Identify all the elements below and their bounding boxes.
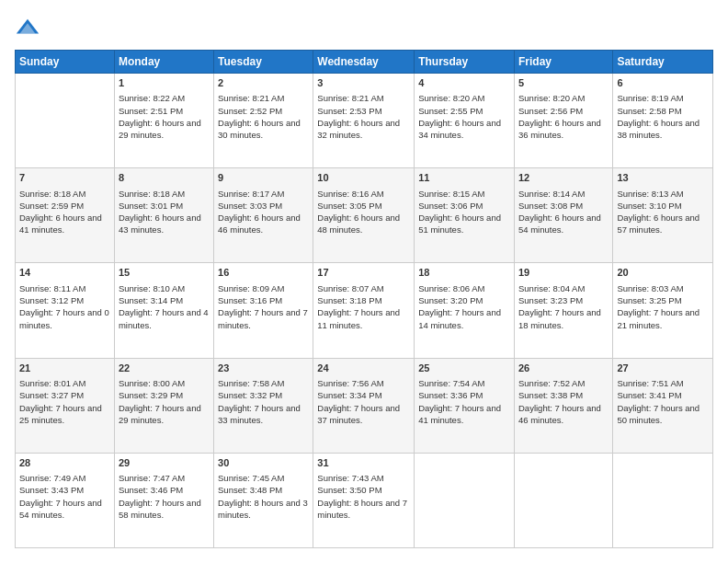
daylight-text: Daylight: 6 hours and 57 minutes. <box>617 212 709 236</box>
page: SundayMondayTuesdayWednesdayThursdayFrid… <box>0 0 728 563</box>
calendar-cell: 3 Sunrise: 8:21 AM Sunset: 2:53 PM Dayli… <box>313 74 415 168</box>
day-number: 17 <box>317 266 410 280</box>
sunset-text: Sunset: 3:34 PM <box>317 389 410 401</box>
day-number: 7 <box>19 171 110 185</box>
calendar-cell <box>415 453 515 547</box>
cell-content: 6 Sunrise: 8:19 AM Sunset: 2:58 PM Dayli… <box>617 76 709 142</box>
day-number: 1 <box>119 76 210 90</box>
day-number: 11 <box>418 171 510 185</box>
sunrise-text: Sunrise: 8:21 AM <box>317 92 410 104</box>
sunrise-text: Sunrise: 7:54 AM <box>418 377 510 389</box>
calendar-cell: 7 Sunrise: 8:18 AM Sunset: 2:59 PM Dayli… <box>16 168 115 263</box>
sunset-text: Sunset: 3:08 PM <box>518 200 609 212</box>
calendar-cell: 28 Sunrise: 7:49 AM Sunset: 3:43 PM Dayl… <box>16 453 115 547</box>
sunset-text: Sunset: 3:50 PM <box>317 484 410 496</box>
cell-content: 16 Sunrise: 8:09 AM Sunset: 3:16 PM Dayl… <box>218 266 309 331</box>
calendar-cell: 17 Sunrise: 8:07 AM Sunset: 3:18 PM Dayl… <box>313 263 415 358</box>
day-number: 30 <box>218 456 309 470</box>
daylight-text: Daylight: 6 hours and 54 minutes. <box>518 212 609 236</box>
cell-content: 5 Sunrise: 8:20 AM Sunset: 2:56 PM Dayli… <box>518 76 609 142</box>
sunset-text: Sunset: 3:41 PM <box>617 389 709 401</box>
sunrise-text: Sunrise: 8:04 AM <box>518 282 609 294</box>
calendar-cell: 11 Sunrise: 8:15 AM Sunset: 3:06 PM Dayl… <box>415 168 515 263</box>
sunset-text: Sunset: 3:46 PM <box>119 484 210 496</box>
daylight-text: Daylight: 7 hours and 21 minutes. <box>617 306 709 331</box>
cell-content: 23 Sunrise: 7:58 AM Sunset: 3:32 PM Dayl… <box>218 362 309 427</box>
cell-content: 25 Sunrise: 7:54 AM Sunset: 3:36 PM Dayl… <box>418 362 510 427</box>
daylight-text: Daylight: 7 hours and 11 minutes. <box>317 306 410 331</box>
daylight-text: Daylight: 6 hours and 43 minutes. <box>119 212 210 236</box>
calendar-week-row: 21 Sunrise: 8:01 AM Sunset: 3:27 PM Dayl… <box>16 358 713 453</box>
day-number: 6 <box>617 76 709 90</box>
calendar-cell: 13 Sunrise: 8:13 AM Sunset: 3:10 PM Dayl… <box>613 168 713 263</box>
daylight-text: Daylight: 6 hours and 34 minutes. <box>418 117 510 142</box>
sunset-text: Sunset: 3:03 PM <box>218 200 309 212</box>
sunset-text: Sunset: 3:16 PM <box>218 294 309 306</box>
day-number: 18 <box>418 266 510 280</box>
sunset-text: Sunset: 2:52 PM <box>218 105 309 117</box>
cell-content: 11 Sunrise: 8:15 AM Sunset: 3:06 PM Dayl… <box>418 171 510 236</box>
cell-content: 14 Sunrise: 8:11 AM Sunset: 3:12 PM Dayl… <box>19 266 110 331</box>
sunrise-text: Sunrise: 8:16 AM <box>317 188 410 200</box>
day-number: 20 <box>617 266 709 280</box>
sunset-text: Sunset: 3:48 PM <box>218 484 309 496</box>
calendar-cell: 16 Sunrise: 8:09 AM Sunset: 3:16 PM Dayl… <box>214 263 313 358</box>
cell-content: 9 Sunrise: 8:17 AM Sunset: 3:03 PM Dayli… <box>218 171 309 236</box>
day-number: 9 <box>218 171 309 185</box>
calendar-cell: 12 Sunrise: 8:14 AM Sunset: 3:08 PM Dayl… <box>514 168 612 263</box>
sunrise-text: Sunrise: 7:58 AM <box>218 377 309 389</box>
cell-content: 26 Sunrise: 7:52 AM Sunset: 3:38 PM Dayl… <box>518 362 609 427</box>
calendar-cell <box>514 453 612 547</box>
cell-content: 13 Sunrise: 8:13 AM Sunset: 3:10 PM Dayl… <box>617 171 709 236</box>
cell-content: 29 Sunrise: 7:47 AM Sunset: 3:46 PM Dayl… <box>119 456 210 522</box>
sunrise-text: Sunrise: 8:10 AM <box>119 282 210 294</box>
sunset-text: Sunset: 2:55 PM <box>418 105 510 117</box>
cell-content: 7 Sunrise: 8:18 AM Sunset: 2:59 PM Dayli… <box>19 171 110 236</box>
cell-content: 24 Sunrise: 7:56 AM Sunset: 3:34 PM Dayl… <box>317 362 410 427</box>
sunset-text: Sunset: 2:59 PM <box>19 200 110 212</box>
day-number: 10 <box>317 171 410 185</box>
day-number: 5 <box>518 76 609 90</box>
sunset-text: Sunset: 3:06 PM <box>418 200 510 212</box>
daylight-text: Daylight: 6 hours and 46 minutes. <box>218 212 309 236</box>
sunset-text: Sunset: 2:58 PM <box>617 105 709 117</box>
day-number: 16 <box>218 266 309 280</box>
cell-content: 12 Sunrise: 8:14 AM Sunset: 3:08 PM Dayl… <box>518 171 609 236</box>
calendar-cell: 8 Sunrise: 8:18 AM Sunset: 3:01 PM Dayli… <box>114 168 213 263</box>
cell-content: 10 Sunrise: 8:16 AM Sunset: 3:05 PM Dayl… <box>317 171 410 236</box>
sunrise-text: Sunrise: 7:51 AM <box>617 377 709 389</box>
sunset-text: Sunset: 3:23 PM <box>518 294 609 306</box>
daylight-text: Daylight: 6 hours and 30 minutes. <box>218 117 309 142</box>
day-number: 8 <box>119 171 210 185</box>
cell-content: 2 Sunrise: 8:21 AM Sunset: 2:52 PM Dayli… <box>218 76 309 142</box>
sunset-text: Sunset: 3:38 PM <box>518 389 609 401</box>
cell-content: 27 Sunrise: 7:51 AM Sunset: 3:41 PM Dayl… <box>617 362 709 427</box>
sunrise-text: Sunrise: 8:09 AM <box>218 282 309 294</box>
day-number: 31 <box>317 456 410 470</box>
sunrise-text: Sunrise: 7:56 AM <box>317 377 410 389</box>
calendar-cell: 19 Sunrise: 8:04 AM Sunset: 3:23 PM Dayl… <box>514 263 612 358</box>
calendar-cell: 20 Sunrise: 8:03 AM Sunset: 3:25 PM Dayl… <box>613 263 713 358</box>
cell-content: 17 Sunrise: 8:07 AM Sunset: 3:18 PM Dayl… <box>317 266 410 331</box>
calendar-cell <box>16 74 115 168</box>
daylight-text: Daylight: 7 hours and 7 minutes. <box>218 306 309 331</box>
sunset-text: Sunset: 3:10 PM <box>617 200 709 212</box>
daylight-text: Daylight: 7 hours and 46 minutes. <box>518 402 609 427</box>
sunrise-text: Sunrise: 8:07 AM <box>317 282 410 294</box>
calendar-cell: 10 Sunrise: 8:16 AM Sunset: 3:05 PM Dayl… <box>313 168 415 263</box>
sunrise-text: Sunrise: 8:18 AM <box>119 188 210 200</box>
sunrise-text: Sunrise: 8:03 AM <box>617 282 709 294</box>
calendar-cell: 18 Sunrise: 8:06 AM Sunset: 3:20 PM Dayl… <box>415 263 515 358</box>
calendar-cell: 30 Sunrise: 7:45 AM Sunset: 3:48 PM Dayl… <box>214 453 313 547</box>
daylight-text: Daylight: 7 hours and 41 minutes. <box>418 402 510 427</box>
day-number: 29 <box>119 456 210 470</box>
day-number: 21 <box>19 362 110 375</box>
daylight-text: Daylight: 6 hours and 51 minutes. <box>418 212 510 236</box>
sunset-text: Sunset: 3:25 PM <box>617 294 709 306</box>
sunrise-text: Sunrise: 8:21 AM <box>218 92 309 104</box>
calendar-cell: 6 Sunrise: 8:19 AM Sunset: 2:58 PM Dayli… <box>613 74 713 168</box>
calendar-cell: 24 Sunrise: 7:56 AM Sunset: 3:34 PM Dayl… <box>313 358 415 453</box>
sunset-text: Sunset: 3:29 PM <box>119 389 210 401</box>
cell-content: 20 Sunrise: 8:03 AM Sunset: 3:25 PM Dayl… <box>617 266 709 331</box>
daylight-text: Daylight: 7 hours and 29 minutes. <box>119 402 210 427</box>
